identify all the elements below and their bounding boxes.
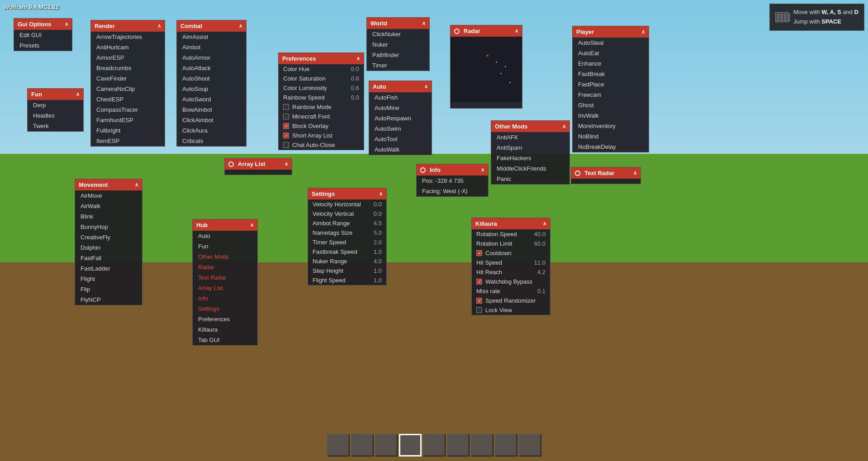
- checkbox-cooldown[interactable]: ✓: [476, 250, 482, 256]
- hotbar-slot-5[interactable]: [423, 434, 446, 456]
- item-autoattack[interactable]: AutoAttack: [177, 63, 246, 73]
- check-lock-view[interactable]: Lock View: [472, 305, 550, 315]
- panel-info-header[interactable]: Info ∧: [417, 164, 488, 176]
- panel-render-header[interactable]: Render ∧: [91, 20, 165, 32]
- item-compasstracer[interactable]: CompassTracer: [91, 105, 165, 115]
- item-fakehackers[interactable]: FakeHackers: [491, 153, 569, 163]
- check-mc-font[interactable]: Minecraft Font: [279, 112, 364, 121]
- item-flyncp[interactable]: FlyNCP: [75, 295, 142, 305]
- hub-item-killaura[interactable]: Killaura: [193, 324, 257, 335]
- item-airmove[interactable]: AirMove: [75, 190, 142, 201]
- item-enhance[interactable]: Enhance: [573, 58, 649, 69]
- hotbar-slot-3[interactable]: [375, 434, 398, 456]
- item-timer[interactable]: Timer: [367, 60, 429, 71]
- item-cameranoclip[interactable]: CameraNoClip: [91, 84, 165, 94]
- panel-preferences-header[interactable]: Preferences ∧: [279, 53, 364, 64]
- item-criticals[interactable]: Criticals: [177, 136, 246, 146]
- item-bowaimbot[interactable]: BowAimbot: [177, 105, 246, 115]
- item-fastladder[interactable]: FastLadder: [75, 263, 142, 274]
- item-invwalk[interactable]: InvWalk: [573, 110, 649, 121]
- item-autosteal[interactable]: AutoSteal: [573, 38, 649, 48]
- panel-gui-options-header[interactable]: Gui Options ∧: [14, 19, 72, 30]
- panel-text-radar-header[interactable]: Text Radar ∧: [571, 167, 640, 179]
- checkbox-rainbow-mode[interactable]: [283, 104, 289, 110]
- item-twerk[interactable]: Twerk: [28, 121, 83, 131]
- item-panic[interactable]: Panic: [491, 174, 569, 184]
- checkbox-lock-view[interactable]: [476, 307, 482, 313]
- hub-item-arraylist[interactable]: Array List: [193, 283, 257, 293]
- panel-fun-header[interactable]: Fun ∧: [28, 89, 83, 100]
- item-autotool[interactable]: AutoTool: [369, 134, 432, 144]
- item-headles[interactable]: Headles: [28, 110, 83, 121]
- panel-killaura-header[interactable]: Killaura ∧: [472, 218, 550, 229]
- item-fastfall[interactable]: FastFall: [75, 253, 142, 263]
- panel-world-header[interactable]: World ∧: [367, 18, 429, 29]
- item-autoshoot[interactable]: AutoShoot: [177, 73, 246, 84]
- item-autoeat[interactable]: AutoEat: [573, 48, 649, 58]
- item-autoswim[interactable]: AutoSwim: [369, 124, 432, 134]
- item-clickaimbot[interactable]: ClickAimbot: [177, 115, 246, 125]
- check-watchdog[interactable]: ✓ Watchdog Bypass: [472, 277, 550, 286]
- hotbar-slot-9[interactable]: [519, 434, 541, 456]
- panel-hub-header[interactable]: Hub ∧: [193, 219, 257, 231]
- item-autorespawn[interactable]: AutoRespawn: [369, 113, 432, 124]
- item-bunnyhop[interactable]: BunnyHop: [75, 222, 142, 232]
- item-autowalk[interactable]: AutoWalk: [369, 144, 432, 155]
- checkbox-mc-font[interactable]: [283, 114, 289, 119]
- item-freecam[interactable]: Freecam: [573, 90, 649, 100]
- hub-item-info[interactable]: Info: [193, 293, 257, 304]
- panel-radar-header[interactable]: Radar ∧: [451, 25, 522, 37]
- hotbar-slot-1[interactable]: [327, 434, 350, 456]
- item-antiafc[interactable]: AntiAFK: [491, 132, 569, 143]
- item-presets[interactable]: Presets: [14, 40, 72, 51]
- check-speed-rand[interactable]: ✓ Speed Randomizer: [472, 296, 550, 305]
- item-fastbreak[interactable]: FastBreak: [573, 69, 649, 79]
- item-edit-gui[interactable]: Edit GUI: [14, 30, 72, 40]
- item-pathfinder[interactable]: Pathfinder: [367, 50, 429, 60]
- item-aimassist[interactable]: AimAssist: [177, 32, 246, 42]
- hub-item-auto[interactable]: Auto: [193, 231, 257, 241]
- item-arrowtraj[interactable]: ArrowTrajectories: [91, 32, 165, 42]
- checkbox-chat-auto[interactable]: [283, 142, 289, 148]
- hotbar-slot-4[interactable]: [399, 434, 422, 456]
- item-dolphin[interactable]: Dolphin: [75, 242, 142, 253]
- item-nuker[interactable]: Nuker: [367, 39, 429, 50]
- item-autofish[interactable]: AutoFish: [369, 92, 432, 103]
- hotbar-slot-6[interactable]: [447, 434, 470, 456]
- item-armoresp[interactable]: ArmorESP: [91, 52, 165, 63]
- panel-auto-header[interactable]: Auto ∧: [369, 81, 432, 92]
- item-derp[interactable]: Derp: [28, 100, 83, 110]
- hotbar-slot-2[interactable]: [351, 434, 374, 456]
- item-itemesp[interactable]: ItemESP: [91, 136, 165, 146]
- item-flip[interactable]: Flip: [75, 284, 142, 295]
- hub-item-preferences[interactable]: Preferences: [193, 314, 257, 324]
- panel-array-list-header[interactable]: Array List ∧: [225, 158, 292, 170]
- hub-item-fun[interactable]: Fun: [193, 241, 257, 252]
- item-flight[interactable]: Flight: [75, 274, 142, 284]
- item-autosword[interactable]: AutoSword: [177, 94, 246, 105]
- item-blink[interactable]: Blink: [75, 211, 142, 222]
- item-cavefinder[interactable]: CaveFinder: [91, 73, 165, 84]
- checkbox-watchdog[interactable]: ✓: [476, 279, 482, 285]
- hotbar-slot-7[interactable]: [471, 434, 493, 456]
- check-short-array[interactable]: ✓ Short Array List: [279, 131, 364, 140]
- item-aimbot[interactable]: Aimbot: [177, 42, 246, 52]
- checkbox-speed-rand[interactable]: ✓: [476, 298, 482, 304]
- check-chat-auto[interactable]: Chat Auto-Close: [279, 140, 364, 150]
- item-fastplace[interactable]: FastPlace: [573, 79, 649, 90]
- check-cooldown[interactable]: ✓ Cooldown: [472, 248, 550, 258]
- item-airwalk[interactable]: AirWalk: [75, 201, 142, 211]
- check-block-overlay[interactable]: ✓ Block Overlay: [279, 121, 364, 131]
- check-rainbow-mode[interactable]: Rainbow Mode: [279, 102, 364, 112]
- item-autosoup[interactable]: AutoSoup: [177, 84, 246, 94]
- item-chestesp[interactable]: ChestESP: [91, 94, 165, 105]
- hub-item-textradar[interactable]: Text Radar: [193, 272, 257, 283]
- item-noblind[interactable]: NoBlind: [573, 131, 649, 142]
- panel-combat-header[interactable]: Combat ∧: [177, 20, 246, 32]
- item-autoarmor[interactable]: AutoArmor: [177, 52, 246, 63]
- item-nobreakdelay[interactable]: NoBreakDelay: [573, 142, 649, 152]
- item-ghost[interactable]: Ghost: [573, 100, 649, 110]
- checkbox-short-array[interactable]: ✓: [283, 133, 289, 138]
- panel-movement-header[interactable]: Movement ∧: [75, 179, 142, 190]
- item-moreinventory[interactable]: MoreInventory: [573, 121, 649, 131]
